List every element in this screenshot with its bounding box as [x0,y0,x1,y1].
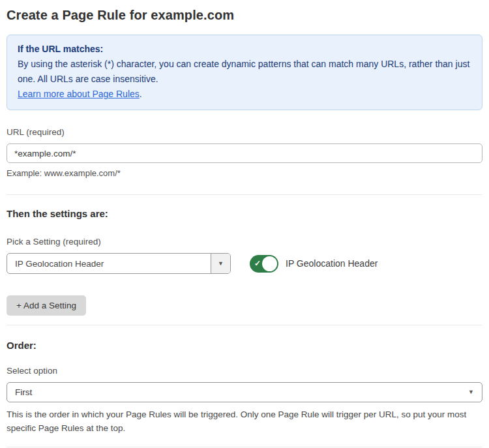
link-period: . [140,89,142,99]
setting-select[interactable]: IP Geolocation Header ▼ [7,253,231,274]
info-box-body: By using the asterisk (*) character, you… [18,57,471,87]
chevron-down-icon: ▼ [218,261,224,267]
add-setting-button[interactable]: + Add a Setting [7,295,86,316]
order-select[interactable]: First ▼ [7,382,482,402]
toggle-knob [262,256,277,271]
divider [7,325,482,325]
order-section-heading: Order: [7,340,482,351]
settings-section-heading: Then the settings are: [7,208,482,220]
url-matches-info-box: If the URL matches: By using the asteris… [7,35,482,110]
order-helper-text: This is the order in which your Page Rul… [7,408,482,435]
divider [7,194,482,195]
learn-more-link[interactable]: Learn more about Page Rules [18,89,140,99]
setting-select-value: IP Geolocation Header [7,254,211,273]
create-page-rule-form: Create a Page Rule for example.com If th… [0,0,489,448]
setting-row: IP Geolocation Header ▼ ✓ IP Geolocation… [7,253,482,274]
info-box-heading: If the URL matches: [18,42,471,57]
url-example-helper: Example: www.example.com/* [7,168,482,179]
setting-select-dropdown-button[interactable]: ▼ [211,254,230,273]
pick-setting-label: Pick a Setting (required) [7,237,482,247]
order-select-value: First [15,387,32,397]
check-icon: ✓ [254,259,261,268]
url-field-label: URL (required) [7,127,482,138]
chevron-down-icon: ▼ [468,389,474,395]
url-input[interactable] [7,143,482,163]
order-select-label: Select option [7,366,482,376]
divider [7,447,482,447]
info-box-link-line: Learn more about Page Rules. [18,87,471,102]
page-title: Create a Page Rule for example.com [7,8,482,23]
ip-geolocation-toggle[interactable]: ✓ [250,255,278,273]
toggle-label: IP Geolocation Header [286,258,378,269]
